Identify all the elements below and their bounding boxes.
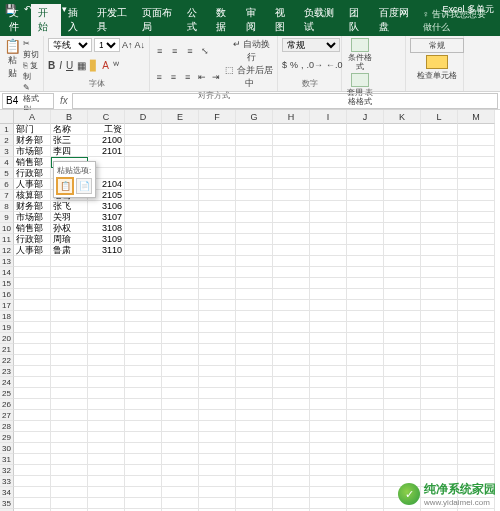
- cell-G25[interactable]: [236, 388, 273, 399]
- cell-A23[interactable]: [14, 366, 51, 377]
- row-header-23[interactable]: 23: [0, 366, 14, 377]
- cell-B13[interactable]: [51, 256, 88, 267]
- cell-D11[interactable]: [125, 234, 162, 245]
- cell-G6[interactable]: [236, 179, 273, 190]
- cell-A13[interactable]: [14, 256, 51, 267]
- cell-K24[interactable]: [384, 377, 421, 388]
- cell-H11[interactable]: [273, 234, 310, 245]
- row-header-9[interactable]: 9: [0, 212, 14, 223]
- cell-I10[interactable]: [310, 223, 347, 234]
- cell-M5[interactable]: [458, 168, 495, 179]
- cell-G35[interactable]: [236, 498, 273, 509]
- row-header-7[interactable]: 7: [0, 190, 14, 201]
- cell-D1[interactable]: [125, 124, 162, 135]
- row-header-35[interactable]: 35: [0, 498, 14, 509]
- cell-G15[interactable]: [236, 278, 273, 289]
- cell-K13[interactable]: [384, 256, 421, 267]
- paste-option-values[interactable]: 📄: [76, 178, 92, 194]
- cell-G29[interactable]: [236, 432, 273, 443]
- cell-E9[interactable]: [162, 212, 199, 223]
- cell-F12[interactable]: [199, 245, 236, 256]
- cell-C9[interactable]: 3107: [88, 212, 125, 223]
- cell-B20[interactable]: [51, 333, 88, 344]
- tab-视图[interactable]: 视图: [268, 4, 297, 36]
- cell-C33[interactable]: [88, 476, 125, 487]
- cell-C11[interactable]: 3109: [88, 234, 125, 245]
- cell-F35[interactable]: [199, 498, 236, 509]
- cell-J18[interactable]: [347, 311, 384, 322]
- cell-G24[interactable]: [236, 377, 273, 388]
- cell-I19[interactable]: [310, 322, 347, 333]
- row-header-4[interactable]: 4: [0, 157, 14, 168]
- cell-A29[interactable]: [14, 432, 51, 443]
- cell-I2[interactable]: [310, 135, 347, 146]
- cell-K6[interactable]: [384, 179, 421, 190]
- cell-M12[interactable]: [458, 245, 495, 256]
- cell-D19[interactable]: [125, 322, 162, 333]
- tab-团队[interactable]: 团队: [342, 4, 371, 36]
- cell-B30[interactable]: [51, 443, 88, 454]
- cell-D17[interactable]: [125, 300, 162, 311]
- cell-E26[interactable]: [162, 399, 199, 410]
- row-header-33[interactable]: 33: [0, 476, 14, 487]
- cell-I22[interactable]: [310, 355, 347, 366]
- row-header-21[interactable]: 21: [0, 344, 14, 355]
- cell-F13[interactable]: [199, 256, 236, 267]
- cell-L30[interactable]: [421, 443, 458, 454]
- cell-I6[interactable]: [310, 179, 347, 190]
- cell-K10[interactable]: [384, 223, 421, 234]
- cell-A6[interactable]: 人事部: [14, 179, 51, 190]
- cell-K19[interactable]: [384, 322, 421, 333]
- indent-dec-icon[interactable]: ⇤: [197, 72, 207, 82]
- cell-A10[interactable]: 销售部: [14, 223, 51, 234]
- cell-E29[interactable]: [162, 432, 199, 443]
- cell-G27[interactable]: [236, 410, 273, 421]
- cell-M30[interactable]: [458, 443, 495, 454]
- cell-E15[interactable]: [162, 278, 199, 289]
- cell-E16[interactable]: [162, 289, 199, 300]
- cell-M9[interactable]: [458, 212, 495, 223]
- cell-A22[interactable]: [14, 355, 51, 366]
- row-header-2[interactable]: 2: [0, 135, 14, 146]
- cell-G9[interactable]: [236, 212, 273, 223]
- cell-B23[interactable]: [51, 366, 88, 377]
- cell-L14[interactable]: [421, 267, 458, 278]
- cell-K3[interactable]: [384, 146, 421, 157]
- cell-L15[interactable]: [421, 278, 458, 289]
- cell-E24[interactable]: [162, 377, 199, 388]
- cell-G19[interactable]: [236, 322, 273, 333]
- cell-A16[interactable]: [14, 289, 51, 300]
- number-format-select[interactable]: 常规: [282, 38, 340, 52]
- cell-D8[interactable]: [125, 201, 162, 212]
- cell-B17[interactable]: [51, 300, 88, 311]
- cell-M21[interactable]: [458, 344, 495, 355]
- percent-icon[interactable]: %: [290, 60, 298, 70]
- cell-E11[interactable]: [162, 234, 199, 245]
- cell-C8[interactable]: 3106: [88, 201, 125, 212]
- cell-D32[interactable]: [125, 465, 162, 476]
- cell-I23[interactable]: [310, 366, 347, 377]
- cell-A5[interactable]: 行政部: [14, 168, 51, 179]
- cell-A15[interactable]: [14, 278, 51, 289]
- cell-H4[interactable]: [273, 157, 310, 168]
- cell-A24[interactable]: [14, 377, 51, 388]
- cell-C12[interactable]: 3110: [88, 245, 125, 256]
- cell-K31[interactable]: [384, 454, 421, 465]
- cell-G10[interactable]: [236, 223, 273, 234]
- cell-B27[interactable]: [51, 410, 88, 421]
- cell-G2[interactable]: [236, 135, 273, 146]
- cell-D24[interactable]: [125, 377, 162, 388]
- cell-H14[interactable]: [273, 267, 310, 278]
- copy-button[interactable]: ⎘ 复制: [23, 60, 39, 82]
- cell-L2[interactable]: [421, 135, 458, 146]
- cell-A21[interactable]: [14, 344, 51, 355]
- cell-J14[interactable]: [347, 267, 384, 278]
- cell-I21[interactable]: [310, 344, 347, 355]
- cell-J4[interactable]: [347, 157, 384, 168]
- cell-F17[interactable]: [199, 300, 236, 311]
- cell-G26[interactable]: [236, 399, 273, 410]
- cell-J2[interactable]: [347, 135, 384, 146]
- cell-H32[interactable]: [273, 465, 310, 476]
- cell-H29[interactable]: [273, 432, 310, 443]
- cell-A20[interactable]: [14, 333, 51, 344]
